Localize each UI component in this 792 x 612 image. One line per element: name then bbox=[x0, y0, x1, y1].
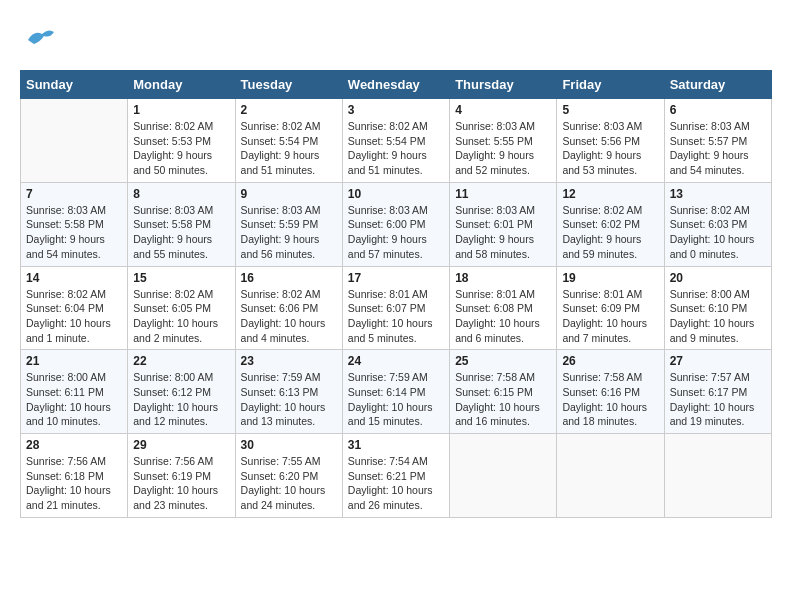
week-row-4: 21Sunrise: 8:00 AM Sunset: 6:11 PM Dayli… bbox=[21, 350, 772, 434]
calendar-cell: 22Sunrise: 8:00 AM Sunset: 6:12 PM Dayli… bbox=[128, 350, 235, 434]
weekday-header-sunday: Sunday bbox=[21, 71, 128, 99]
day-info: Sunrise: 8:02 AM Sunset: 6:06 PM Dayligh… bbox=[241, 287, 337, 346]
day-number: 11 bbox=[455, 187, 551, 201]
day-info: Sunrise: 8:03 AM Sunset: 5:59 PM Dayligh… bbox=[241, 203, 337, 262]
day-number: 21 bbox=[26, 354, 122, 368]
calendar-cell bbox=[21, 99, 128, 183]
calendar-cell: 23Sunrise: 7:59 AM Sunset: 6:13 PM Dayli… bbox=[235, 350, 342, 434]
day-number: 22 bbox=[133, 354, 229, 368]
calendar-cell bbox=[664, 434, 771, 518]
day-info: Sunrise: 7:58 AM Sunset: 6:15 PM Dayligh… bbox=[455, 370, 551, 429]
day-info: Sunrise: 7:54 AM Sunset: 6:21 PM Dayligh… bbox=[348, 454, 444, 513]
day-info: Sunrise: 7:57 AM Sunset: 6:17 PM Dayligh… bbox=[670, 370, 766, 429]
calendar-cell bbox=[450, 434, 557, 518]
day-info: Sunrise: 7:58 AM Sunset: 6:16 PM Dayligh… bbox=[562, 370, 658, 429]
day-number: 29 bbox=[133, 438, 229, 452]
day-number: 9 bbox=[241, 187, 337, 201]
week-row-2: 7Sunrise: 8:03 AM Sunset: 5:58 PM Daylig… bbox=[21, 182, 772, 266]
calendar-cell: 18Sunrise: 8:01 AM Sunset: 6:08 PM Dayli… bbox=[450, 266, 557, 350]
calendar-cell: 24Sunrise: 7:59 AM Sunset: 6:14 PM Dayli… bbox=[342, 350, 449, 434]
day-number: 24 bbox=[348, 354, 444, 368]
day-number: 26 bbox=[562, 354, 658, 368]
weekday-header-thursday: Thursday bbox=[450, 71, 557, 99]
day-number: 13 bbox=[670, 187, 766, 201]
day-number: 17 bbox=[348, 271, 444, 285]
calendar-cell: 26Sunrise: 7:58 AM Sunset: 6:16 PM Dayli… bbox=[557, 350, 664, 434]
day-info: Sunrise: 8:03 AM Sunset: 6:00 PM Dayligh… bbox=[348, 203, 444, 262]
day-info: Sunrise: 8:02 AM Sunset: 6:05 PM Dayligh… bbox=[133, 287, 229, 346]
week-row-1: 1Sunrise: 8:02 AM Sunset: 5:53 PM Daylig… bbox=[21, 99, 772, 183]
calendar-cell: 10Sunrise: 8:03 AM Sunset: 6:00 PM Dayli… bbox=[342, 182, 449, 266]
calendar-cell: 13Sunrise: 8:02 AM Sunset: 6:03 PM Dayli… bbox=[664, 182, 771, 266]
day-info: Sunrise: 8:02 AM Sunset: 6:04 PM Dayligh… bbox=[26, 287, 122, 346]
calendar-cell: 17Sunrise: 8:01 AM Sunset: 6:07 PM Dayli… bbox=[342, 266, 449, 350]
day-info: Sunrise: 8:02 AM Sunset: 6:03 PM Dayligh… bbox=[670, 203, 766, 262]
day-number: 18 bbox=[455, 271, 551, 285]
calendar-cell: 5Sunrise: 8:03 AM Sunset: 5:56 PM Daylig… bbox=[557, 99, 664, 183]
calendar-cell: 20Sunrise: 8:00 AM Sunset: 6:10 PM Dayli… bbox=[664, 266, 771, 350]
logo bbox=[20, 20, 64, 60]
logo-icon bbox=[20, 20, 60, 60]
day-info: Sunrise: 8:03 AM Sunset: 5:55 PM Dayligh… bbox=[455, 119, 551, 178]
weekday-header-saturday: Saturday bbox=[664, 71, 771, 99]
day-info: Sunrise: 8:03 AM Sunset: 5:56 PM Dayligh… bbox=[562, 119, 658, 178]
calendar-cell: 27Sunrise: 7:57 AM Sunset: 6:17 PM Dayli… bbox=[664, 350, 771, 434]
day-info: Sunrise: 7:56 AM Sunset: 6:19 PM Dayligh… bbox=[133, 454, 229, 513]
day-number: 7 bbox=[26, 187, 122, 201]
calendar-cell: 2Sunrise: 8:02 AM Sunset: 5:54 PM Daylig… bbox=[235, 99, 342, 183]
day-number: 4 bbox=[455, 103, 551, 117]
day-info: Sunrise: 7:59 AM Sunset: 6:14 PM Dayligh… bbox=[348, 370, 444, 429]
day-number: 3 bbox=[348, 103, 444, 117]
day-number: 6 bbox=[670, 103, 766, 117]
day-info: Sunrise: 8:00 AM Sunset: 6:12 PM Dayligh… bbox=[133, 370, 229, 429]
calendar-cell: 9Sunrise: 8:03 AM Sunset: 5:59 PM Daylig… bbox=[235, 182, 342, 266]
calendar-cell: 30Sunrise: 7:55 AM Sunset: 6:20 PM Dayli… bbox=[235, 434, 342, 518]
calendar-cell: 4Sunrise: 8:03 AM Sunset: 5:55 PM Daylig… bbox=[450, 99, 557, 183]
week-row-5: 28Sunrise: 7:56 AM Sunset: 6:18 PM Dayli… bbox=[21, 434, 772, 518]
day-info: Sunrise: 8:03 AM Sunset: 5:58 PM Dayligh… bbox=[133, 203, 229, 262]
weekday-header-monday: Monday bbox=[128, 71, 235, 99]
day-number: 2 bbox=[241, 103, 337, 117]
day-number: 28 bbox=[26, 438, 122, 452]
calendar-cell: 3Sunrise: 8:02 AM Sunset: 5:54 PM Daylig… bbox=[342, 99, 449, 183]
day-info: Sunrise: 8:02 AM Sunset: 5:53 PM Dayligh… bbox=[133, 119, 229, 178]
calendar-cell: 16Sunrise: 8:02 AM Sunset: 6:06 PM Dayli… bbox=[235, 266, 342, 350]
calendar-cell: 31Sunrise: 7:54 AM Sunset: 6:21 PM Dayli… bbox=[342, 434, 449, 518]
day-info: Sunrise: 7:59 AM Sunset: 6:13 PM Dayligh… bbox=[241, 370, 337, 429]
calendar-cell: 1Sunrise: 8:02 AM Sunset: 5:53 PM Daylig… bbox=[128, 99, 235, 183]
calendar-cell: 14Sunrise: 8:02 AM Sunset: 6:04 PM Dayli… bbox=[21, 266, 128, 350]
day-number: 14 bbox=[26, 271, 122, 285]
day-number: 16 bbox=[241, 271, 337, 285]
day-number: 23 bbox=[241, 354, 337, 368]
week-row-3: 14Sunrise: 8:02 AM Sunset: 6:04 PM Dayli… bbox=[21, 266, 772, 350]
calendar-cell: 21Sunrise: 8:00 AM Sunset: 6:11 PM Dayli… bbox=[21, 350, 128, 434]
weekday-header-wednesday: Wednesday bbox=[342, 71, 449, 99]
day-info: Sunrise: 8:02 AM Sunset: 6:02 PM Dayligh… bbox=[562, 203, 658, 262]
weekday-header-friday: Friday bbox=[557, 71, 664, 99]
calendar-cell: 19Sunrise: 8:01 AM Sunset: 6:09 PM Dayli… bbox=[557, 266, 664, 350]
day-number: 1 bbox=[133, 103, 229, 117]
day-info: Sunrise: 7:55 AM Sunset: 6:20 PM Dayligh… bbox=[241, 454, 337, 513]
day-number: 8 bbox=[133, 187, 229, 201]
calendar-cell: 11Sunrise: 8:03 AM Sunset: 6:01 PM Dayli… bbox=[450, 182, 557, 266]
day-number: 5 bbox=[562, 103, 658, 117]
day-number: 19 bbox=[562, 271, 658, 285]
calendar-cell: 7Sunrise: 8:03 AM Sunset: 5:58 PM Daylig… bbox=[21, 182, 128, 266]
day-info: Sunrise: 8:02 AM Sunset: 5:54 PM Dayligh… bbox=[348, 119, 444, 178]
calendar-cell: 25Sunrise: 7:58 AM Sunset: 6:15 PM Dayli… bbox=[450, 350, 557, 434]
day-number: 27 bbox=[670, 354, 766, 368]
day-info: Sunrise: 8:03 AM Sunset: 5:58 PM Dayligh… bbox=[26, 203, 122, 262]
weekday-header-tuesday: Tuesday bbox=[235, 71, 342, 99]
page-header bbox=[20, 20, 772, 60]
day-info: Sunrise: 8:01 AM Sunset: 6:07 PM Dayligh… bbox=[348, 287, 444, 346]
day-number: 12 bbox=[562, 187, 658, 201]
day-info: Sunrise: 8:03 AM Sunset: 5:57 PM Dayligh… bbox=[670, 119, 766, 178]
day-number: 10 bbox=[348, 187, 444, 201]
day-info: Sunrise: 8:00 AM Sunset: 6:11 PM Dayligh… bbox=[26, 370, 122, 429]
calendar-cell: 12Sunrise: 8:02 AM Sunset: 6:02 PM Dayli… bbox=[557, 182, 664, 266]
day-number: 20 bbox=[670, 271, 766, 285]
day-info: Sunrise: 8:00 AM Sunset: 6:10 PM Dayligh… bbox=[670, 287, 766, 346]
calendar-cell bbox=[557, 434, 664, 518]
calendar-cell: 15Sunrise: 8:02 AM Sunset: 6:05 PM Dayli… bbox=[128, 266, 235, 350]
weekday-header-row: SundayMondayTuesdayWednesdayThursdayFrid… bbox=[21, 71, 772, 99]
